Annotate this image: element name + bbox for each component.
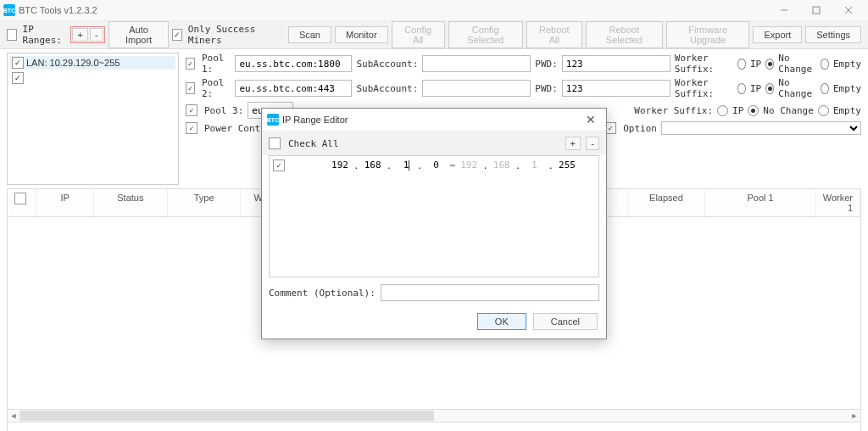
ip-range-list: . . . ~ . . . bbox=[269, 155, 599, 277]
add-remove-highlight: + - bbox=[70, 26, 104, 43]
pool3-radio-empty[interactable] bbox=[818, 105, 829, 116]
close-button[interactable] bbox=[832, 0, 865, 20]
export-button[interactable]: Export bbox=[753, 26, 802, 43]
ip-end-c[interactable] bbox=[522, 160, 546, 171]
app-title: BTC Tools v1.2.3.2 bbox=[19, 5, 768, 15]
col-elapsed[interactable]: Elapsed bbox=[628, 189, 706, 216]
scroll-left-icon[interactable]: ◄ bbox=[8, 411, 19, 420]
lan-checkbox[interactable] bbox=[12, 57, 24, 69]
svg-rect-1 bbox=[813, 7, 820, 14]
pool1-radio-nochange[interactable] bbox=[765, 59, 774, 70]
pool2-pwd[interactable] bbox=[562, 80, 670, 97]
add-range-button[interactable]: + bbox=[72, 28, 87, 42]
horizontal-scrollbar[interactable]: ◄ ► bbox=[7, 409, 861, 423]
col-status[interactable]: Status bbox=[94, 189, 168, 216]
pool1-radio-empty[interactable] bbox=[821, 59, 829, 70]
pool3-radio-nochange[interactable] bbox=[748, 105, 759, 116]
lan-item[interactable]: LAN: 10.29.129.0~255 bbox=[10, 56, 175, 70]
pool2-subaccount[interactable] bbox=[422, 80, 531, 97]
scroll-thumb[interactable] bbox=[19, 411, 434, 421]
reboot-all-button[interactable]: Reboot All bbox=[526, 21, 582, 48]
option-select[interactable] bbox=[661, 121, 861, 135]
pool2-radio-nochange[interactable] bbox=[765, 83, 774, 94]
pool-row-1: Pool 1: SubAccount: PWD: Worker Suffix: … bbox=[186, 53, 861, 75]
pool1-checkbox[interactable] bbox=[186, 58, 195, 70]
col-pool1[interactable]: Pool 1 bbox=[705, 189, 815, 216]
toolbar: IP Ranges: + - Auto Import Only Success … bbox=[0, 21, 868, 49]
ip-start-d[interactable] bbox=[425, 160, 448, 171]
modal-add-button[interactable]: + bbox=[565, 137, 581, 150]
auto-import-button[interactable]: Auto Import bbox=[108, 21, 169, 48]
ip-range-editor-dialog: BTC IP Range Editor ✕ Check All + - . . … bbox=[261, 108, 607, 339]
settings-button[interactable]: Settings bbox=[805, 26, 861, 43]
app-icon: BTC bbox=[3, 4, 15, 16]
pool1-pwd-label: PWD: bbox=[535, 59, 558, 70]
text-cursor bbox=[409, 160, 409, 171]
lan-item-empty[interactable] bbox=[10, 71, 175, 85]
remove-range-button[interactable]: - bbox=[90, 28, 103, 42]
reboot-selected-button[interactable]: Reboot Selected bbox=[586, 21, 663, 48]
modal-close-icon[interactable]: ✕ bbox=[581, 113, 601, 126]
check-all-checkbox[interactable] bbox=[269, 137, 281, 149]
ip-row-checkbox[interactable] bbox=[273, 160, 285, 171]
pool3-checkbox[interactable] bbox=[186, 104, 198, 116]
col-type[interactable]: Type bbox=[168, 189, 242, 216]
firmware-upgrade-button[interactable]: Firmware Upgrade bbox=[666, 21, 750, 48]
only-success-label: Only Success Miners bbox=[188, 24, 273, 46]
ip-end-d[interactable] bbox=[555, 160, 579, 171]
pool2-radio-ip[interactable] bbox=[737, 83, 746, 94]
scroll-right-icon[interactable]: ► bbox=[849, 411, 860, 420]
ip-start-b[interactable] bbox=[361, 160, 385, 171]
ip-ranges-checkbox[interactable] bbox=[7, 29, 17, 41]
modal-app-icon: BTC bbox=[267, 114, 279, 126]
ip-end-a[interactable] bbox=[457, 160, 481, 171]
lan-label: LAN: 10.29.129.0~255 bbox=[26, 58, 120, 68]
range-separator: ~ bbox=[450, 160, 456, 171]
pool1-pwd[interactable] bbox=[562, 55, 670, 72]
pool1-ws-label: Worker Suffix: bbox=[675, 53, 733, 75]
pool1-url[interactable] bbox=[235, 55, 352, 72]
comment-label: Comment (Optional): bbox=[269, 288, 376, 299]
modal-remove-button[interactable]: - bbox=[586, 137, 599, 150]
maximize-button[interactable] bbox=[800, 0, 832, 20]
config-selected-button[interactable]: Config Selected bbox=[448, 21, 523, 48]
sidebar: LAN: 10.29.129.0~255 bbox=[7, 53, 179, 185]
table-select-all[interactable] bbox=[14, 193, 26, 204]
ok-button[interactable]: OK bbox=[477, 313, 526, 330]
minimize-button[interactable] bbox=[768, 0, 800, 20]
lan-checkbox-2[interactable] bbox=[12, 72, 24, 84]
pool1-label: Pool 1: bbox=[202, 53, 231, 75]
pool2-url[interactable] bbox=[235, 80, 352, 97]
pool2-radio-empty[interactable] bbox=[821, 83, 829, 94]
scan-button[interactable]: Scan bbox=[288, 26, 331, 43]
titlebar: BTC BTC Tools v1.2.3.2 bbox=[0, 0, 868, 21]
only-success-checkbox[interactable] bbox=[172, 29, 182, 41]
col-worker1[interactable]: Worker 1 bbox=[816, 189, 860, 216]
modal-title: IP Range Editor bbox=[282, 115, 348, 125]
pool-row-2: Pool 2: SubAccount: PWD: Worker Suffix: … bbox=[186, 77, 861, 99]
pool3-radio-ip[interactable] bbox=[717, 105, 728, 116]
col-ip[interactable]: IP bbox=[36, 189, 94, 216]
ip-end-b[interactable] bbox=[490, 160, 514, 171]
ip-start-a[interactable] bbox=[328, 160, 352, 171]
pool1-radio-ip[interactable] bbox=[737, 59, 746, 70]
ip-ranges-label: IP Ranges: bbox=[23, 24, 68, 46]
check-all-label: Check All bbox=[288, 138, 339, 149]
pool1-sub-label: SubAccount: bbox=[356, 59, 418, 70]
ip-start-c[interactable] bbox=[393, 160, 409, 171]
pool1-subaccount[interactable] bbox=[422, 55, 531, 72]
pool2-checkbox[interactable] bbox=[186, 82, 195, 94]
config-all-button[interactable]: Config All bbox=[392, 21, 445, 48]
monitor-button[interactable]: Monitor bbox=[335, 26, 388, 43]
comment-input[interactable] bbox=[381, 284, 599, 301]
ip-range-row[interactable]: . . . ~ . . . bbox=[273, 160, 595, 171]
power-control-checkbox[interactable] bbox=[186, 122, 198, 134]
cancel-button[interactable]: Cancel bbox=[533, 313, 598, 330]
